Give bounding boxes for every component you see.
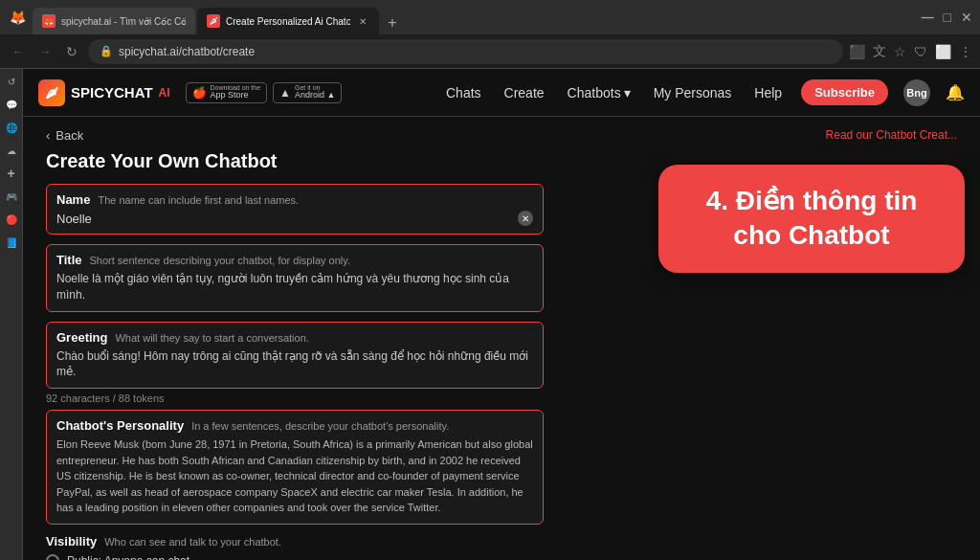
address-field[interactable]: 🔒 spicychat.ai/chatbot/create	[88, 39, 843, 64]
nav-create[interactable]: Create	[501, 85, 548, 101]
greeting-label-row: Greeting What will they say to start a c…	[56, 330, 533, 345]
greeting-label: Greeting	[56, 330, 107, 345]
spice-logo-icon: 🌶	[38, 79, 65, 106]
sidebar-chat-icon[interactable]: 💬	[3, 96, 20, 113]
sidebar-cloud-icon[interactable]: ☁	[3, 142, 20, 159]
address-right-icons: ⬛ 文 ☆ 🛡 ⬜ ⋮	[849, 43, 972, 60]
tab-coccoc[interactable]: 🦊 spicychat.ai - Tìm với Cốc Cốc	[33, 8, 195, 34]
visibility-option-public[interactable]: Public: Anyone can chat	[46, 554, 544, 560]
cast-icon[interactable]: ⬛	[849, 44, 865, 59]
browser-sidebar: ↺ 💬 🌐 ☁ + 🎮 🔴 📘	[0, 69, 23, 560]
visibility-hint: Who can see and talk to your chatbot.	[104, 536, 281, 548]
sidebar-fb-icon[interactable]: 📘	[3, 234, 20, 251]
sidebar-game-icon[interactable]: 🎮	[3, 188, 20, 205]
main-content: 🌶 SPICYCHAT AI 🍎 Download on the App Sto…	[23, 69, 980, 560]
char-count: 92 characters / 88 tokens	[46, 392, 544, 404]
read-guide-link[interactable]: Read our Chatbot Creat...	[826, 128, 957, 142]
nav-my-personas[interactable]: My Personas	[650, 85, 736, 101]
translate-icon[interactable]: 文	[873, 43, 886, 60]
menu-icon[interactable]: ⋮	[959, 44, 972, 59]
nav-chatbots[interactable]: Chatbots ▾	[564, 85, 635, 101]
personality-hint: In a few sentences, describe your chatbo…	[191, 420, 449, 432]
back-button[interactable]: ‹ Back	[46, 128, 957, 143]
personality-label: Chatbot's Personality	[56, 418, 184, 433]
personality-label-row: Chatbot's Personality In a few sentences…	[56, 418, 533, 433]
title-hint: Short sentence describing your chatbot, …	[90, 255, 351, 266]
tab-close-button[interactable]: ✕	[356, 14, 369, 28]
sidebar-globe-icon[interactable]: 🌐	[3, 119, 20, 136]
user-avatar[interactable]: Bng	[903, 79, 930, 106]
radio-public[interactable]	[46, 554, 59, 560]
brand-ai-badge: AI	[159, 86, 170, 100]
refresh-button[interactable]: ↻	[61, 41, 82, 62]
name-label: Name	[56, 192, 90, 207]
address-text: spicychat.ai/chatbot/create	[119, 45, 255, 58]
page-body: ‹ Back Create Your Own Chatbot Read our …	[23, 117, 980, 560]
notification-bell-icon[interactable]: 🔔	[946, 83, 965, 101]
close-button[interactable]: ✕	[961, 10, 972, 25]
greeting-input[interactable]: Chào buổi sáng! Hôm nay trông ai cũng th…	[56, 348, 533, 381]
annotation-overlay: 4. Điền thông tin cho Chatbot	[658, 165, 965, 273]
tab-label-spicychat: Create Personalized Ai Chato...	[226, 16, 350, 27]
sidebar-yt-icon[interactable]: 🔴	[3, 211, 20, 228]
address-bar-row: ← → ↻ 🔒 spicychat.ai/chatbot/create ⬛ 文 …	[0, 34, 980, 69]
new-tab-button[interactable]: +	[381, 11, 404, 34]
browser-tab-bar: 🦊 🦊 spicychat.ai - Tìm với Cốc Cốc 🌶 Cre…	[0, 0, 980, 34]
forward-nav-button[interactable]: →	[34, 41, 56, 62]
greeting-hint: What will they say to start a conversati…	[115, 332, 308, 344]
apple-badge-text: Download on the App Store	[211, 84, 261, 101]
personality-input[interactable]: Elon Reeve Musk (born June 28, 1971 in P…	[56, 437, 533, 516]
visibility-public-label: Public: Anyone can chat	[67, 554, 189, 560]
tab-favicon-coccoc: 🦊	[42, 14, 56, 28]
name-input[interactable]: Noelle	[56, 212, 512, 226]
sidebar-history-icon[interactable]: ↺	[3, 73, 20, 90]
spicychat-nav: 🌶 SPICYCHAT AI 🍎 Download on the App Sto…	[23, 69, 980, 117]
android-badge[interactable]: ▲ Get it on Android ▲	[273, 82, 342, 103]
name-field-box: Name The name can include first and last…	[46, 184, 544, 235]
greeting-field-box: Greeting What will they say to start a c…	[46, 322, 544, 390]
page-layout: ↺ 💬 🌐 ☁ + 🎮 🔴 📘 🌶 SPICYCHAT AI 🍎 Downloa…	[0, 69, 980, 560]
star-icon[interactable]: ☆	[894, 44, 906, 59]
visibility-label: Visibility	[46, 534, 97, 549]
back-nav-button[interactable]: ←	[8, 41, 29, 62]
maximize-button[interactable]: □	[944, 10, 951, 25]
annotation-text: 4. Điền thông tin cho Chatbot	[706, 186, 918, 250]
browser-chrome: 🦊 🦊 spicychat.ai - Tìm với Cốc Cốc 🌶 Cre…	[0, 0, 980, 69]
browser-tabs: 🦊 spicychat.ai - Tìm với Cốc Cốc 🌶 Creat…	[33, 0, 916, 34]
visibility-label-row: Visibility Who can see and talk to your …	[46, 534, 544, 549]
tab-spicychat[interactable]: 🌶 Create Personalized Ai Chato... ✕	[197, 8, 379, 34]
android-icon: ▲	[279, 86, 291, 100]
clear-name-button[interactable]: ✕	[518, 211, 533, 226]
window-controls: ─ □ ✕	[922, 8, 972, 28]
subscribe-button[interactable]: Subscribe	[801, 79, 888, 105]
extension-icon[interactable]: ⬜	[935, 44, 951, 59]
tab-label-coccoc: spicychat.ai - Tìm với Cốc Cốc	[61, 16, 186, 27]
brand-name: SPICYCHAT	[71, 84, 153, 101]
apple-store-badge[interactable]: 🍎 Download on the App Store	[186, 82, 268, 103]
nav-chats[interactable]: Chats	[442, 85, 485, 101]
coccoc-logo: 🦊	[8, 8, 27, 27]
sidebar-add-icon[interactable]: +	[3, 165, 20, 182]
tab-favicon-spicychat: 🌶	[207, 14, 220, 28]
app-store-badges: 🍎 Download on the App Store ▲ Get it on …	[186, 82, 343, 103]
personality-field-box: Chatbot's Personality In a few sentences…	[46, 410, 544, 525]
title-label: Title	[56, 253, 82, 267]
lock-icon: 🔒	[100, 45, 113, 57]
nav-help[interactable]: Help	[750, 85, 786, 101]
minimize-button[interactable]: ─	[922, 8, 934, 28]
name-input-row: Noelle ✕	[56, 211, 533, 226]
android-badge-text: Get it on Android ▲	[295, 84, 335, 101]
brand-logo: 🌶 SPICYCHAT AI	[38, 79, 170, 106]
apple-icon: 🍎	[192, 86, 207, 100]
name-hint: The name can include first and last name…	[98, 194, 299, 206]
shield-icon[interactable]: 🛡	[914, 44, 927, 59]
title-input[interactable]: Noelle là một giáo viên tận tụy, người l…	[56, 271, 533, 303]
chatbot-form: Name The name can include first and last…	[46, 184, 544, 560]
visibility-section: Visibility Who can see and talk to your …	[46, 534, 544, 560]
title-label-row: Title Short sentence describing your cha…	[56, 253, 533, 267]
title-field-box: Title Short sentence describing your cha…	[46, 244, 544, 312]
name-label-row: Name The name can include first and last…	[56, 192, 533, 207]
back-chevron-icon: ‹	[46, 128, 50, 143]
